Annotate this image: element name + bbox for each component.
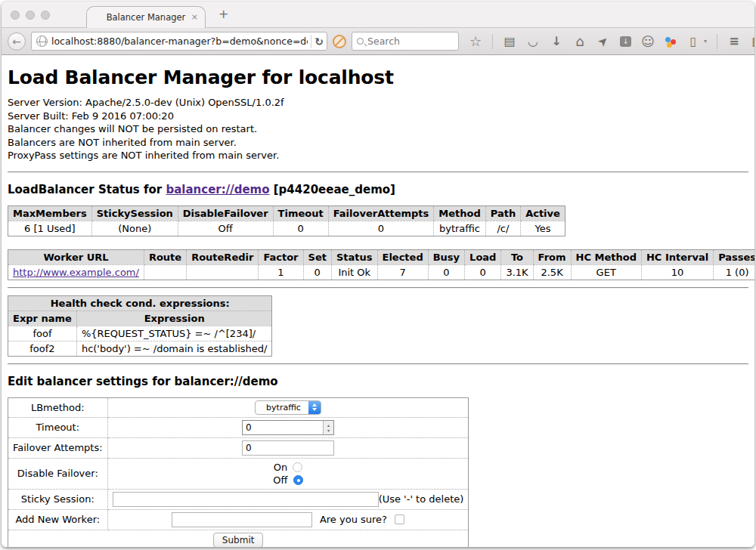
timeout-cell: ▴▾ <box>107 417 469 437</box>
sticky-session-cell: (Use '-' to delete) <box>107 489 469 509</box>
window-controls <box>11 11 50 20</box>
form-row-add-worker: Add New Worker: Are you sure? <box>8 509 469 530</box>
form-row-submit: Submit <box>8 530 469 547</box>
radio-on[interactable] <box>293 462 302 472</box>
select-stepper-icon <box>308 401 321 414</box>
col-header: Worker URL <box>8 249 144 264</box>
add-worker-input[interactable] <box>172 512 312 527</box>
close-tab-icon[interactable]: × <box>191 12 198 22</box>
cell-to: 3.1K <box>501 264 533 280</box>
toolbar-separator <box>492 34 493 49</box>
col-header: MaxMembers <box>8 205 92 221</box>
health-table-header-row: Expr name Expression <box>8 311 272 326</box>
cell-hc-method: GET <box>571 264 641 280</box>
form-row-lbmethod: LBmethod: bytraffic <box>8 397 469 417</box>
health-check-table: Health check cond. expressions: Expr nam… <box>8 295 272 357</box>
cell-path: /c/ <box>485 221 520 236</box>
cell-maxmembers: 6 [1 Used] <box>8 221 92 236</box>
lbmethod-label: LBmethod: <box>8 397 108 417</box>
panel-download-icon[interactable]: ↓ <box>620 36 631 47</box>
page-content: Load Balancer Manager for localhost Serv… <box>2 66 754 547</box>
server-built: Server Built: Feb 9 2016 07:00:20 <box>8 110 748 123</box>
form-row-failover-attempts: Failover Attempts: <box>8 437 469 458</box>
cell-failoverattempts: 0 <box>328 221 434 236</box>
col-header: HC Method <box>571 249 641 264</box>
share-icon[interactable]: ➤ <box>594 32 612 50</box>
edit-balancer-form: LBmethod: bytraffic Timeout: ▴▾ <box>8 397 469 548</box>
tab-balancer-manager[interactable]: Balancer Manager × <box>86 6 206 28</box>
separator <box>8 363 748 365</box>
col-header: Busy <box>428 249 464 264</box>
home-icon[interactable]: ⌂ <box>573 36 587 48</box>
col-header: Active <box>521 205 565 221</box>
are-you-sure-checkbox[interactable] <box>395 514 404 524</box>
col-header: Timeout <box>273 205 328 221</box>
health-table-row: foof %{REQUEST_STATUS} =~ /^[234]/ <box>8 326 272 341</box>
battery-caret-icon[interactable]: ▾ <box>704 38 707 45</box>
lbmethod-select[interactable]: bytraffic <box>255 400 321 415</box>
reload-icon[interactable]: ↻ <box>314 36 324 48</box>
browser-window: Balancer Manager × + ← localhost:8880/ba… <box>2 2 754 547</box>
worker-url-link[interactable]: http://www.example.com/ <box>13 267 139 278</box>
downloads-icon[interactable]: ↓ <box>550 36 563 48</box>
inherit-note: Balancers are NOT inherited from main se… <box>8 136 748 150</box>
col-header: Method <box>434 205 485 221</box>
site-identity-globe-icon[interactable] <box>36 36 48 47</box>
reading-list-icon[interactable]: ▤ <box>503 36 516 48</box>
sticky-session-input[interactable] <box>113 492 379 507</box>
col-header: Expression <box>76 311 272 326</box>
cell-from: 2.5K <box>533 264 571 280</box>
failover-attempts-input[interactable] <box>242 440 334 456</box>
submit-button[interactable]: Submit <box>213 533 264 548</box>
search-placeholder: Search <box>367 36 400 47</box>
cell-disablefailover: Off <box>178 221 273 236</box>
search-bar[interactable]: Search <box>352 32 459 51</box>
cell-active: Yes <box>521 221 565 236</box>
col-header: Path <box>485 205 520 221</box>
menu-hamburger-icon[interactable]: ≡ <box>727 36 741 48</box>
col-header: To <box>501 249 533 264</box>
radio-off-label: Off <box>273 474 287 487</box>
number-spinner-icon[interactable]: ▴▾ <box>323 421 333 434</box>
form-row-disable-failover: Disable Failover: On Off <box>8 458 469 489</box>
proxypass-note: ProxyPass settings are NOT inherited fro… <box>8 149 748 162</box>
cell-factor: 1 <box>259 264 303 280</box>
worker-table-row: http://www.example.com/ 1 0 Init Ok 7 0 … <box>8 264 755 280</box>
add-worker-cell: Are you sure? <box>107 509 469 530</box>
timeout-label: Timeout: <box>8 417 108 437</box>
bookmark-star-icon[interactable]: ☆ <box>469 36 482 48</box>
health-table-title-row: Health check cond. expressions: <box>8 295 272 311</box>
persist-note: Balancer changes will NOT be persisted o… <box>8 122 748 136</box>
balancer-demo-link[interactable]: balancer://demo <box>166 183 269 196</box>
col-header: Expr name <box>8 311 77 326</box>
cell-status: Init Ok <box>331 264 377 280</box>
firefox-hello-dots-icon[interactable] <box>665 36 677 48</box>
worker-table: Worker URL Route RouteRedir Factor Set S… <box>8 249 754 280</box>
zoom-window-button[interactable] <box>41 11 50 20</box>
content-blocked-icon[interactable] <box>333 35 346 48</box>
cell-stickysession: (None) <box>91 221 178 236</box>
hello-smiley-icon[interactable]: ☺ <box>641 36 655 48</box>
minimize-window-button[interactable] <box>26 11 35 20</box>
battery-icon[interactable]: ▯ <box>686 36 700 48</box>
close-window-button[interactable] <box>11 11 20 20</box>
pocket-icon[interactable]: ◡ <box>526 36 540 48</box>
url-bar[interactable]: localhost:8880/balancer-manager?b=demo&n… <box>31 32 327 51</box>
cell-method: bytraffic <box>434 221 485 236</box>
timeout-input[interactable] <box>243 421 323 434</box>
url-text[interactable]: localhost:8880/balancer-manager?b=demo&n… <box>51 36 308 47</box>
back-button[interactable]: ← <box>8 32 26 51</box>
cell-route <box>144 264 186 280</box>
cell-load: 0 <box>465 264 501 280</box>
form-row-sticky-session: Sticky Session: (Use '-' to delete) <box>8 489 469 509</box>
new-tab-button[interactable]: + <box>218 8 228 20</box>
timeout-input-wrap: ▴▾ <box>242 420 334 435</box>
cell-expression: %{REQUEST_STATUS} =~ /^[234]/ <box>76 326 272 341</box>
tab-bar: Balancer Manager × + <box>2 2 754 28</box>
cell-expression: hc('body') =~ /domain is established/ <box>76 341 272 356</box>
disable-failover-label: Disable Failover: <box>8 458 108 489</box>
grid-panel-icon[interactable]: ▦ <box>751 36 754 48</box>
cell-hc-interval: 10 <box>641 264 713 280</box>
radio-off[interactable] <box>293 475 303 485</box>
are-you-sure-label: Are you sure? <box>320 514 387 525</box>
